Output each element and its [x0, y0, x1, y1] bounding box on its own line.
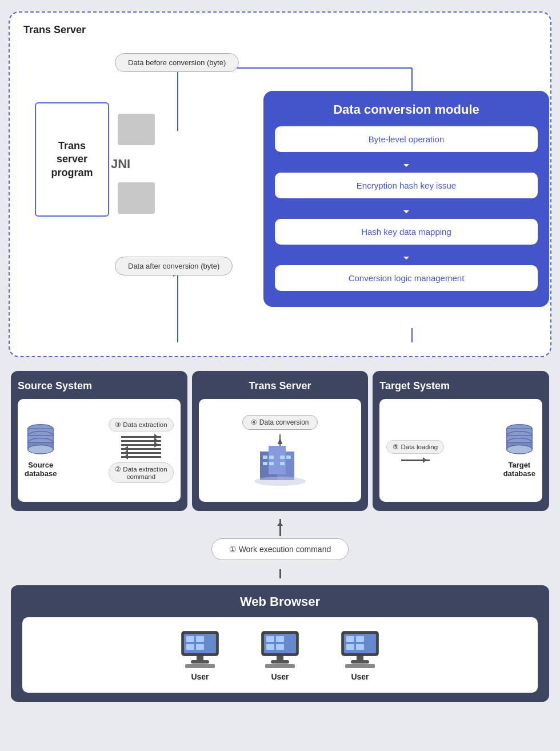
target-inner: ⑤ Data loading	[379, 399, 542, 502]
svg-rect-39	[186, 644, 194, 650]
trans-inner: ④ Data conversion	[199, 399, 362, 502]
three-panels: Source System Source database	[9, 369, 551, 513]
svg-rect-47	[276, 636, 284, 642]
svg-rect-23	[286, 456, 291, 459]
trans-server-title: Trans Server	[23, 24, 537, 36]
data-extraction-label: ③ Data extraction	[109, 418, 174, 432]
work-execution-bubble: ① Work execution command	[211, 538, 349, 560]
data-after-bubble: Data after conversion (byte)	[115, 257, 233, 281]
svg-rect-50	[277, 656, 283, 660]
module-step-2: Encryption hash key issue	[275, 173, 538, 198]
loading-arrows: ⑤ Data loading	[386, 440, 444, 461]
svg-rect-59	[357, 656, 363, 660]
conversion-label: ④ Data conversion	[242, 415, 317, 430]
svg-rect-57	[346, 644, 354, 650]
svg-rect-19	[269, 456, 274, 459]
svg-rect-49	[276, 644, 284, 650]
source-inner: Source database ③ Data extraction	[18, 399, 181, 502]
user-1-label: User	[191, 672, 209, 681]
work-arrow-down	[9, 569, 551, 578]
computer-svg-3	[337, 629, 383, 669]
trans-server-panel-title: Trans Server	[199, 380, 362, 392]
target-db-label: Target database	[503, 461, 535, 478]
svg-rect-41	[197, 656, 203, 660]
user-computer-3: User	[337, 629, 383, 681]
computer-svg-1	[177, 629, 223, 669]
svg-rect-52	[265, 664, 295, 668]
target-db-svg	[504, 423, 535, 457]
data-loading-label: ⑤ Data loading	[386, 440, 444, 454]
svg-rect-43	[185, 664, 215, 668]
user-3-label: User	[351, 672, 369, 681]
arrow-left-3	[121, 456, 161, 458]
svg-rect-58	[356, 644, 364, 650]
svg-rect-48	[266, 644, 274, 650]
down-line	[279, 569, 281, 578]
svg-rect-22	[280, 456, 285, 459]
step-arrow-1	[275, 157, 538, 170]
data-before-label: Data before conversion (byte)	[115, 53, 239, 72]
module-title: Data conversion module	[275, 102, 538, 117]
svg-rect-20	[263, 462, 267, 465]
source-system-panel: Source System Source database	[11, 371, 187, 511]
arrows-group	[121, 436, 161, 458]
svg-rect-42	[191, 660, 209, 664]
svg-rect-46	[266, 636, 274, 642]
work-execution-row	[9, 519, 551, 536]
svg-rect-17	[269, 446, 286, 474]
user-computer-1: User	[177, 629, 223, 681]
module-step-3: Hash key data mapping	[275, 219, 538, 245]
extraction-arrows: ③ Data extraction ② Data extraction comm…	[109, 418, 174, 483]
svg-rect-37	[186, 636, 194, 642]
source-db-svg	[25, 423, 56, 457]
conversion-module: Data conversion module Byte-level operat…	[263, 91, 549, 307]
svg-marker-27	[278, 437, 282, 444]
computer-svg-2	[257, 629, 303, 669]
module-step-4: Conversion logic management	[275, 265, 538, 291]
web-browser-inner: User User	[22, 617, 538, 693]
data-extraction-cmd-label: ② Data extraction command	[109, 462, 174, 483]
step-arrow-3	[275, 249, 538, 263]
top-section: Trans Server Data before conversion (byt…	[9, 11, 551, 357]
svg-rect-60	[351, 660, 369, 664]
source-db-icon: Source database	[25, 423, 57, 478]
target-system-title: Target System	[379, 380, 542, 392]
data-after-label: Data after conversion (byte)	[115, 257, 233, 275]
jni-label: JNI	[111, 157, 130, 171]
svg-rect-21	[269, 462, 274, 465]
step-arrow-2	[275, 203, 538, 217]
svg-rect-61	[345, 664, 375, 668]
jni-bottom-block	[118, 182, 155, 214]
svg-rect-38	[196, 636, 204, 642]
web-browser-section: Web Browser	[11, 585, 549, 702]
web-browser-title: Web Browser	[22, 594, 538, 609]
loading-arrow	[401, 460, 430, 461]
svg-point-14	[28, 445, 54, 454]
source-db-label: Source database	[25, 461, 57, 478]
work-bubble-row: ① Work execution command	[9, 538, 551, 560]
svg-point-25	[254, 477, 306, 486]
svg-rect-51	[271, 660, 289, 664]
upward-arrow	[279, 519, 281, 536]
trans-server-panel: Trans Server ④ Data conversion	[192, 371, 369, 511]
svg-rect-24	[280, 462, 285, 465]
target-system-panel: Target System ⑤ Data loading	[373, 371, 549, 511]
trans-program-box: Trans server program	[35, 102, 109, 217]
user-computer-2: User	[257, 629, 303, 681]
server-isometric-svg	[249, 434, 311, 486]
jni-top-block	[118, 114, 155, 145]
svg-rect-18	[263, 456, 267, 459]
data-before-bubble: Data before conversion (byte)	[115, 53, 239, 78]
bottom-section: Source System Source database	[9, 369, 551, 704]
target-db-icon: Target database	[503, 423, 535, 478]
svg-rect-56	[356, 636, 364, 642]
user-2-label: User	[271, 672, 289, 681]
module-step-1: Byte-level operation	[275, 126, 538, 152]
svg-rect-40	[196, 644, 204, 650]
source-system-title: Source System	[18, 380, 181, 392]
svg-rect-55	[346, 636, 354, 642]
svg-point-34	[507, 445, 533, 454]
